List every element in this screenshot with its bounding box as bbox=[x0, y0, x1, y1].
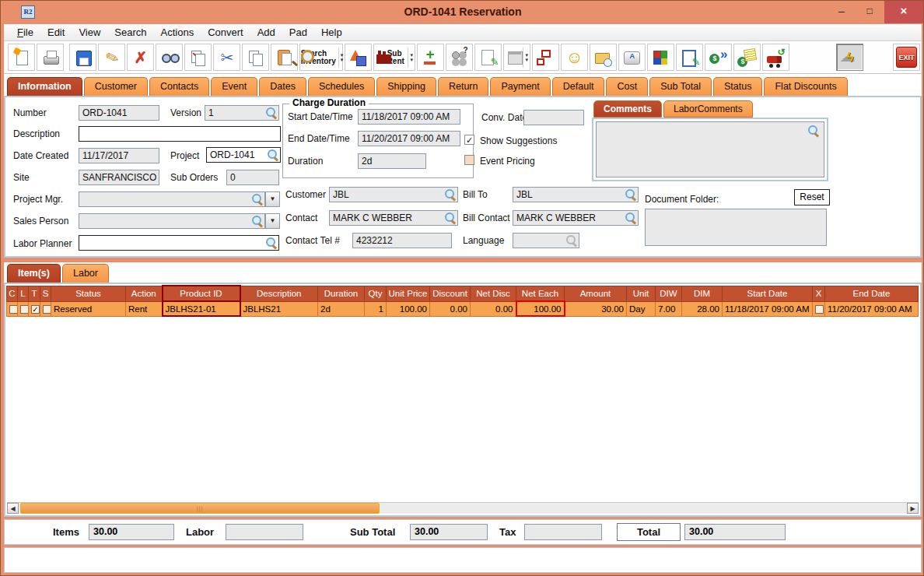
number-field[interactable]: ORD-1041 bbox=[79, 105, 159, 121]
cut-button[interactable]: ✂ bbox=[213, 44, 240, 71]
cell-start-date[interactable]: 11/18/2017 09:00 AM bbox=[723, 301, 813, 316]
col-t[interactable]: T bbox=[29, 286, 40, 301]
col-discount[interactable]: Discount bbox=[430, 286, 471, 301]
search-inventory-dropdown[interactable]: ▾▾ bbox=[338, 47, 344, 68]
duration-field[interactable]: 2d bbox=[358, 153, 426, 169]
tab-cost[interactable]: Cost bbox=[606, 77, 648, 96]
language-field[interactable] bbox=[513, 233, 579, 248]
scrollbar-thumb[interactable] bbox=[20, 503, 380, 514]
col-x[interactable]: X bbox=[813, 286, 825, 301]
t-checkbox[interactable]: ✓ bbox=[31, 305, 40, 314]
col-amount[interactable]: Amount bbox=[565, 286, 627, 301]
tab-customer[interactable]: Customer bbox=[84, 77, 148, 96]
sub-rent-button[interactable]: Sub Rent ▾▾ bbox=[373, 44, 415, 71]
comments-search-icon[interactable] bbox=[808, 125, 819, 136]
labor-planner-field[interactable] bbox=[79, 235, 279, 251]
description-field[interactable] bbox=[79, 126, 281, 142]
shapes-button[interactable] bbox=[345, 44, 372, 71]
print-button[interactable] bbox=[37, 44, 64, 71]
options-button[interactable] bbox=[446, 44, 473, 71]
menu-help[interactable]: Help bbox=[314, 25, 349, 40]
contact-field[interactable]: MARK C WEBBER bbox=[329, 210, 458, 226]
menu-view[interactable]: View bbox=[72, 25, 107, 40]
cell-duration[interactable]: 2d bbox=[318, 301, 365, 316]
inventory-cubes-button[interactable] bbox=[647, 44, 674, 71]
find-button[interactable] bbox=[156, 44, 183, 71]
org-chart-button[interactable] bbox=[532, 44, 559, 71]
contact-search-icon[interactable] bbox=[445, 212, 456, 223]
cell-x[interactable] bbox=[813, 301, 825, 316]
tab-labor-comments[interactable]: LaborComments bbox=[663, 100, 753, 118]
tab-items[interactable]: Item(s) bbox=[7, 264, 61, 283]
col-qty[interactable]: Qty bbox=[365, 286, 387, 301]
project-mgr-field[interactable] bbox=[79, 191, 265, 207]
col-start-date[interactable]: Start Date bbox=[723, 286, 813, 301]
scroll-left-button[interactable]: ◀ bbox=[7, 503, 19, 514]
menu-convert[interactable]: Convert bbox=[201, 25, 250, 40]
cell-diw[interactable]: 7.00 bbox=[656, 301, 682, 316]
col-product-id[interactable]: Product ID bbox=[163, 286, 240, 301]
cell-dim[interactable]: 28.00 bbox=[682, 301, 723, 316]
col-s[interactable]: S bbox=[40, 286, 51, 301]
col-l[interactable]: L bbox=[18, 286, 29, 301]
calendar-dropdown[interactable]: ▾▾ bbox=[523, 47, 528, 68]
tab-labor[interactable]: Labor bbox=[62, 264, 109, 283]
tab-contacts[interactable]: Contacts bbox=[149, 77, 209, 96]
col-description[interactable]: Description bbox=[240, 286, 318, 301]
tab-comments[interactable]: Comments bbox=[593, 100, 662, 118]
menu-pad[interactable]: Pad bbox=[282, 25, 314, 40]
search-inventory-button[interactable]: SearchInventory ▾▾ bbox=[299, 44, 342, 71]
s-checkbox[interactable] bbox=[43, 305, 51, 314]
tab-schedules[interactable]: Schedules bbox=[308, 77, 375, 96]
col-diw[interactable]: DIW bbox=[656, 286, 682, 301]
conv-date-field[interactable] bbox=[523, 110, 584, 125]
col-duration[interactable]: Duration bbox=[318, 286, 365, 301]
copy-button[interactable] bbox=[242, 44, 269, 71]
event-pricing-checkbox[interactable] bbox=[464, 155, 474, 165]
sales-person-field[interactable] bbox=[79, 213, 265, 229]
bill-to-field[interactable]: JBL bbox=[513, 187, 639, 202]
sales-person-dropdown[interactable]: ▼ bbox=[265, 213, 280, 229]
col-action[interactable]: Action bbox=[126, 286, 163, 301]
smiley-button[interactable]: ☺ bbox=[561, 44, 588, 71]
col-unit-price[interactable]: Unit Price bbox=[387, 286, 430, 301]
edit-button[interactable]: ✎ bbox=[98, 44, 125, 71]
project-mgr-search-icon[interactable] bbox=[252, 194, 263, 205]
comments-textarea[interactable] bbox=[596, 121, 824, 177]
calendar-button[interactable]: ▾▾ bbox=[503, 44, 530, 71]
tab-return[interactable]: Return bbox=[438, 77, 489, 96]
col-dim[interactable]: DIM bbox=[682, 286, 723, 301]
reset-button[interactable]: Reset bbox=[794, 189, 830, 205]
truck-button[interactable]: ↺ bbox=[762, 44, 789, 71]
edit-note-button[interactable]: ✎ bbox=[676, 44, 703, 71]
site-field[interactable]: SANFRANCISCO bbox=[79, 170, 159, 185]
tab-default[interactable]: Default bbox=[552, 77, 605, 96]
contact-tel-field[interactable]: 4232212 bbox=[352, 233, 452, 248]
menu-file[interactable]: File bbox=[10, 25, 40, 40]
close-button[interactable]: × bbox=[884, 1, 923, 23]
col-end-date[interactable]: End Date bbox=[825, 286, 919, 301]
lightning-button[interactable]: ☁ϟ bbox=[836, 44, 863, 71]
cell-unit-price[interactable]: 100.00 bbox=[387, 301, 430, 316]
cell-net-disc[interactable]: 0.00 bbox=[471, 301, 516, 316]
cell-action[interactable]: Rent bbox=[126, 301, 163, 316]
col-c[interactable]: C bbox=[7, 286, 18, 301]
tab-payment[interactable]: Payment bbox=[490, 77, 550, 96]
version-field[interactable]: 1 bbox=[205, 105, 279, 121]
tab-event[interactable]: Event bbox=[211, 77, 257, 96]
scroll-right-button[interactable]: ▶ bbox=[907, 503, 919, 514]
menu-edit[interactable]: Edit bbox=[40, 25, 72, 40]
minimize-button[interactable]: – bbox=[830, 1, 853, 23]
notes-button[interactable]: ✎ bbox=[474, 44, 502, 71]
end-datetime-field[interactable]: 11/20/2017 09:00 AM bbox=[358, 131, 460, 146]
cell-net-each[interactable]: 100.00 bbox=[516, 301, 565, 316]
labor-planner-search-icon[interactable] bbox=[266, 237, 277, 248]
cell-unit[interactable]: Day bbox=[627, 301, 656, 316]
tab-status[interactable]: Status bbox=[713, 77, 762, 96]
col-unit[interactable]: Unit bbox=[627, 286, 656, 301]
sub-orders-field[interactable]: 0 bbox=[226, 170, 279, 185]
sales-person-search-icon[interactable] bbox=[252, 216, 263, 227]
folder-history-button[interactable] bbox=[590, 44, 617, 71]
project-mgr-dropdown[interactable]: ▼ bbox=[265, 191, 280, 207]
bill-to-search-icon[interactable] bbox=[625, 189, 636, 200]
